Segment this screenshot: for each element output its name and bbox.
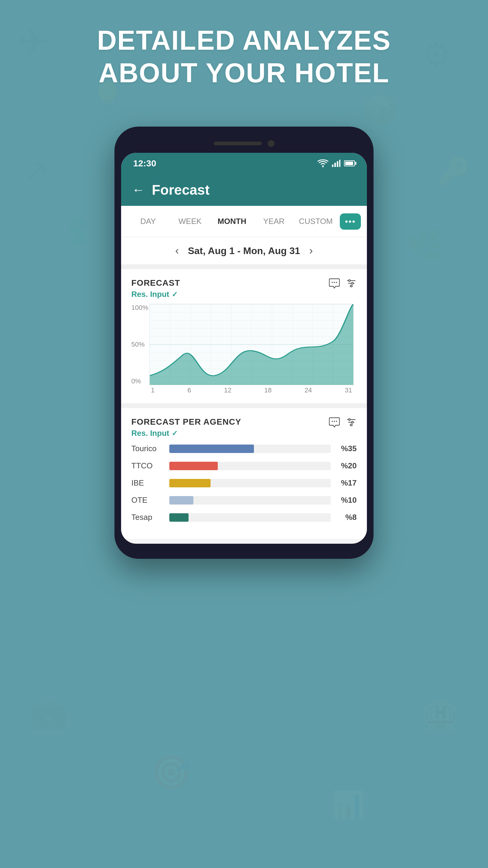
- svg-point-17: [332, 282, 333, 283]
- svg-text:📦: 📦: [361, 93, 399, 128]
- signal-icon: [332, 160, 340, 167]
- phone-notch: [121, 135, 367, 153]
- battery-icon: [344, 160, 355, 166]
- header-line1: DETAILED ANALYZES: [0, 24, 488, 57]
- svg-point-18: [334, 282, 335, 283]
- forecast-comment-icon[interactable]: [329, 278, 340, 291]
- status-icons: [318, 159, 355, 167]
- phone-frame: 12:30: [115, 127, 373, 559]
- agency-card-title-group: FORECAST PER AGENCY Res. Input ✓: [131, 417, 241, 438]
- agency-bar: [169, 496, 193, 504]
- content-area: DAY WEEK MONTH YEAR CUSTOM ••• ‹ Sat, Au…: [121, 206, 367, 539]
- svg-text:💲: 💲: [60, 216, 94, 248]
- tab-day[interactable]: DAY: [127, 212, 169, 231]
- wifi-icon: [318, 159, 328, 167]
- forecast-card-subtitle: Res. Input ✓: [131, 290, 180, 299]
- agency-bar-container: [169, 479, 331, 487]
- svg-point-24: [352, 282, 353, 284]
- svg-point-25: [350, 285, 352, 287]
- status-bar: 12:30: [121, 153, 367, 174]
- svg-text:↗: ↗: [24, 153, 50, 187]
- svg-point-30: [332, 421, 333, 422]
- tab-year[interactable]: YEAR: [253, 212, 295, 231]
- svg-text:🌿: 🌿: [407, 228, 444, 264]
- chart-y-labels: 100% 50% 0%: [131, 304, 148, 385]
- svg-rect-16: [339, 160, 340, 167]
- x-label-18: 18: [264, 386, 271, 394]
- tab-week[interactable]: WEEK: [169, 212, 211, 231]
- agency-percentage: %10: [335, 495, 357, 505]
- status-time: 12:30: [133, 158, 156, 168]
- y-label-50: 50%: [131, 341, 148, 348]
- agency-list-item: Tesap %8: [131, 513, 357, 522]
- agency-card-actions: [329, 417, 357, 430]
- y-label-100: 100%: [131, 304, 148, 312]
- agency-bar: [169, 479, 210, 487]
- agency-bar-container: [169, 496, 331, 504]
- agency-name: OTE: [131, 495, 164, 505]
- svg-rect-14: [334, 163, 336, 167]
- tab-custom[interactable]: CUSTOM: [295, 212, 337, 231]
- agency-list-item: Tourico %35: [131, 444, 357, 453]
- top-navigation-bar: ← Forecast: [121, 174, 367, 206]
- forecast-check-icon: ✓: [172, 290, 178, 299]
- agency-card-title: FORECAST PER AGENCY: [131, 417, 241, 427]
- header-section: DETAILED ANALYZES ABOUT YOUR HOTEL: [0, 24, 488, 89]
- forecast-card-title-group: FORECAST Res. Input ✓: [131, 278, 180, 299]
- agency-card-subtitle: Res. Input ✓: [131, 429, 241, 438]
- agency-name: IBE: [131, 478, 164, 488]
- svg-point-38: [350, 424, 352, 426]
- agency-card-header: FORECAST PER AGENCY Res. Input ✓: [131, 417, 357, 438]
- date-range-label: Sat, Aug 1 - Mon, Aug 31: [188, 245, 300, 256]
- agency-percentage: %17: [335, 478, 357, 488]
- agency-bar-container: [169, 444, 331, 453]
- svg-point-32: [336, 421, 337, 422]
- agency-bar: [169, 444, 254, 453]
- svg-point-19: [336, 282, 337, 283]
- forecast-filter-icon[interactable]: [346, 278, 357, 291]
- chart-x-labels: 1 6 12 18 24 31: [150, 386, 354, 394]
- tab-month[interactable]: MONTH: [211, 212, 253, 231]
- forecast-card: FORECAST Res. Input ✓: [121, 269, 367, 403]
- svg-point-37: [352, 421, 353, 423]
- agency-filter-icon[interactable]: [346, 417, 357, 430]
- x-label-6: 6: [187, 386, 191, 394]
- agency-percentage: %20: [335, 461, 357, 470]
- agency-percentage: %8: [335, 513, 357, 522]
- date-prev-button[interactable]: ‹: [175, 244, 179, 257]
- phone-camera: [268, 140, 274, 147]
- date-navigation: ‹ Sat, Aug 1 - Mon, Aug 31 ›: [121, 237, 367, 264]
- svg-rect-15: [337, 161, 338, 167]
- y-label-0: 0%: [131, 377, 148, 385]
- agency-bar-container: [169, 513, 331, 522]
- tab-more-dots: •••: [345, 217, 355, 226]
- forecast-card-title: FORECAST: [131, 278, 180, 288]
- agency-percentage: %35: [335, 444, 357, 453]
- header-line2: ABOUT YOUR HOTEL: [0, 57, 488, 89]
- agency-name: Tourico: [131, 444, 164, 453]
- agency-name: Tesap: [131, 513, 164, 522]
- agency-bar-container: [169, 462, 331, 470]
- phone-speaker: [214, 142, 262, 145]
- svg-point-31: [334, 421, 335, 422]
- agency-check-icon: ✓: [172, 429, 178, 438]
- svg-point-12: [322, 166, 324, 167]
- svg-rect-13: [332, 164, 333, 167]
- agency-list-item: OTE %10: [131, 495, 357, 505]
- agency-list-item: IBE %17: [131, 478, 357, 488]
- agency-bar: [169, 513, 189, 522]
- back-button[interactable]: ←: [132, 183, 144, 197]
- phone-screen: 12:30: [121, 153, 367, 544]
- tab-more-button[interactable]: •••: [340, 213, 361, 230]
- agency-name: TTCO: [131, 461, 164, 470]
- svg-point-23: [349, 280, 350, 281]
- date-next-button[interactable]: ›: [309, 244, 313, 257]
- svg-point-36: [349, 418, 350, 421]
- page-title: Forecast: [152, 182, 210, 198]
- svg-text:🎯: 🎯: [151, 753, 192, 792]
- agency-comment-icon[interactable]: [329, 417, 340, 430]
- chart-plot-area: [150, 304, 354, 385]
- x-label-24: 24: [304, 386, 312, 394]
- svg-text:📊: 📊: [331, 788, 365, 821]
- agency-list-item: TTCO %20: [131, 461, 357, 470]
